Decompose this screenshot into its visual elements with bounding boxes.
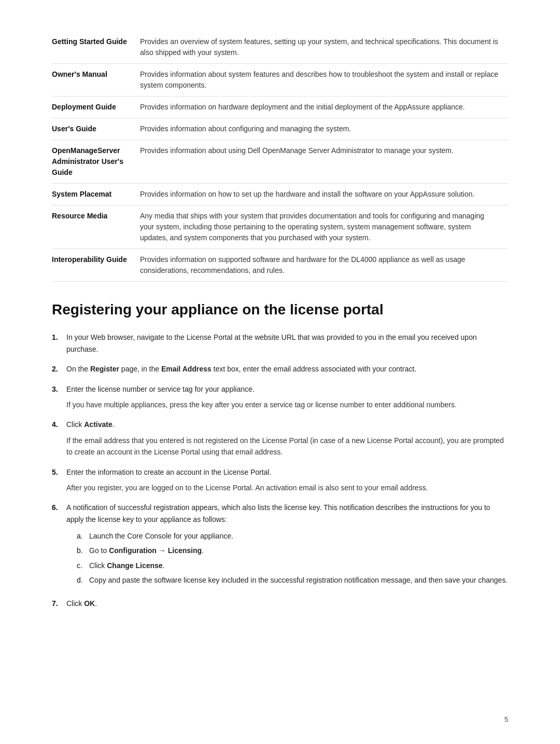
table-row: User's GuideProvides information about c…: [52, 118, 508, 140]
step-sub-text: If you have multiple appliances, press t…: [66, 399, 508, 410]
doc-description: Provides information about configuring a…: [140, 118, 508, 140]
table-row: Interoperability GuideProvides informati…: [52, 249, 508, 282]
doc-label: Getting Started Guide: [52, 31, 140, 64]
alpha-letter: d.: [77, 574, 89, 586]
doc-label: OpenManageServer Administrator User's Gu…: [52, 140, 140, 184]
doc-label: Owner's Manual: [52, 64, 140, 97]
step-text: In your Web browser, navigate to the Lic…: [66, 332, 508, 355]
alpha-text: Click Change License.: [89, 560, 165, 571]
step-content: Enter the information to create an accou…: [66, 466, 508, 494]
doc-description: Provides an overview of system features,…: [140, 31, 508, 64]
table-row: Resource MediaAny media that ships with …: [52, 205, 508, 249]
step-number: 5.: [52, 466, 66, 478]
step-text: Click Activate.: [66, 419, 508, 430]
step-number: 4.: [52, 419, 66, 430]
doc-description: Provides information on hardware deploym…: [140, 97, 508, 118]
document-reference-table: Getting Started GuideProvides an overvie…: [52, 31, 508, 282]
steps-list: 1.In your Web browser, navigate to the L…: [52, 332, 508, 609]
step-content: In your Web browser, navigate to the Lic…: [66, 332, 508, 355]
table-row: System PlacematProvides information on h…: [52, 184, 508, 205]
step-item: 6.A notification of successful registrat…: [52, 502, 508, 589]
step-item: 5.Enter the information to create an acc…: [52, 466, 508, 494]
doc-label: Deployment Guide: [52, 97, 140, 118]
table-row: Getting Started GuideProvides an overvie…: [52, 31, 508, 64]
step-item: 1.In your Web browser, navigate to the L…: [52, 332, 508, 355]
step-item: 3.Enter the license number or service ta…: [52, 383, 508, 411]
step-number: 6.: [52, 502, 66, 513]
step-number: 2.: [52, 363, 66, 375]
step-item: 2.On the Register page, in the Email Add…: [52, 363, 508, 375]
step-content: On the Register page, in the Email Addre…: [66, 363, 508, 375]
section-heading: Registering your appliance on the licens…: [52, 300, 508, 319]
alpha-text: Launch the Core Console for your applian…: [89, 530, 233, 542]
alpha-letter: a.: [77, 530, 89, 542]
alpha-list: a.Launch the Core Console for your appli…: [66, 530, 508, 586]
step-number: 3.: [52, 383, 66, 395]
alpha-item: a.Launch the Core Console for your appli…: [66, 530, 508, 542]
alpha-letter: c.: [77, 560, 89, 571]
doc-label: User's Guide: [52, 118, 140, 140]
doc-label: System Placemat: [52, 184, 140, 205]
step-item: 4.Click Activate.If the email address th…: [52, 419, 508, 458]
doc-description: Provides information on how to set up th…: [140, 184, 508, 205]
step-content: Click OK.: [66, 598, 508, 609]
doc-label: Resource Media: [52, 205, 140, 249]
table-row: Owner's ManualProvides information about…: [52, 64, 508, 97]
step-text: Enter the information to create an accou…: [66, 466, 508, 478]
step-text: A notification of successful registratio…: [66, 502, 508, 525]
doc-description: Provides information about system featur…: [140, 64, 508, 97]
step-content: A notification of successful registratio…: [66, 502, 508, 589]
step-number: 1.: [52, 332, 66, 343]
alpha-text: Go to Configuration → Licensing.: [89, 545, 204, 556]
table-row: Deployment GuideProvides information on …: [52, 97, 508, 118]
alpha-letter: b.: [77, 545, 89, 556]
step-number: 7.: [52, 598, 66, 609]
doc-label: Interoperability Guide: [52, 249, 140, 282]
table-row: OpenManageServer Administrator User's Gu…: [52, 140, 508, 184]
step-sub-text: After you register, you are logged on to…: [66, 482, 508, 493]
alpha-item: c.Click Change License.: [66, 560, 508, 571]
step-content: Click Activate.If the email address that…: [66, 419, 508, 458]
alpha-item: d.Copy and paste the software license ke…: [66, 574, 508, 586]
doc-description: Provides information on supported softwa…: [140, 249, 508, 282]
alpha-text: Copy and paste the software license key …: [89, 574, 508, 586]
page-number: 5: [505, 715, 508, 723]
doc-description: Any media that ships with your system th…: [140, 205, 508, 249]
step-text: On the Register page, in the Email Addre…: [66, 363, 508, 375]
step-sub-text: If the email address that you entered is…: [66, 435, 508, 458]
step-content: Enter the license number or service tag …: [66, 383, 508, 411]
alpha-item: b.Go to Configuration → Licensing.: [66, 545, 508, 556]
step-text: Enter the license number or service tag …: [66, 383, 508, 395]
doc-description: Provides information about using Dell Op…: [140, 140, 508, 184]
step-item: 7.Click OK.: [52, 598, 508, 609]
step-text: Click OK.: [66, 598, 508, 609]
